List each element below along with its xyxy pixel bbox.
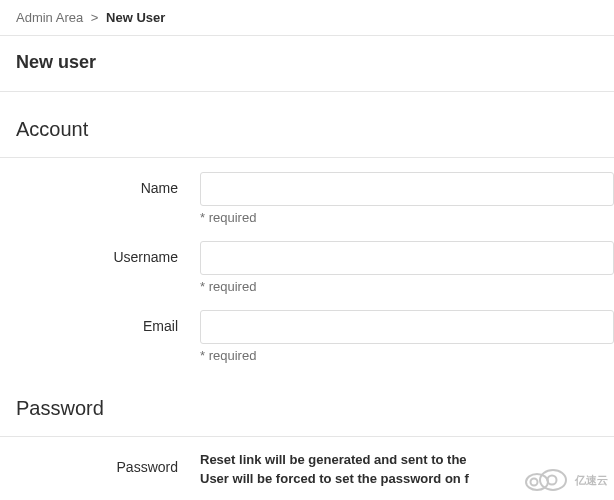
name-label: Name [0,172,200,196]
watermark: 亿速云 [517,466,608,494]
username-input[interactable] [200,241,614,275]
username-label: Username [0,241,200,265]
breadcrumb-admin-area[interactable]: Admin Area [16,10,83,25]
section-title-password: Password [0,371,614,428]
svg-point-2 [531,479,538,486]
svg-point-3 [548,476,557,485]
watermark-text: 亿速云 [575,473,608,488]
email-hint: * required [200,348,614,363]
email-input[interactable] [200,310,614,344]
password-label: Password [0,451,200,475]
form-row-name: Name * required [0,164,614,233]
username-hint: * required [200,279,614,294]
name-input[interactable] [200,172,614,206]
section-title-account: Account [0,92,614,149]
breadcrumb: Admin Area > New User [0,0,614,36]
email-label: Email [0,310,200,334]
svg-point-1 [540,470,566,490]
cloud-icon [517,466,573,494]
account-form: Name * required Username * required Emai… [0,157,614,371]
form-row-email: Email * required [0,302,614,371]
name-hint: * required [200,210,614,225]
form-row-username: Username * required [0,233,614,302]
page-title: New user [0,36,614,92]
chevron-right-icon: > [91,10,99,25]
breadcrumb-current: New User [106,10,165,25]
